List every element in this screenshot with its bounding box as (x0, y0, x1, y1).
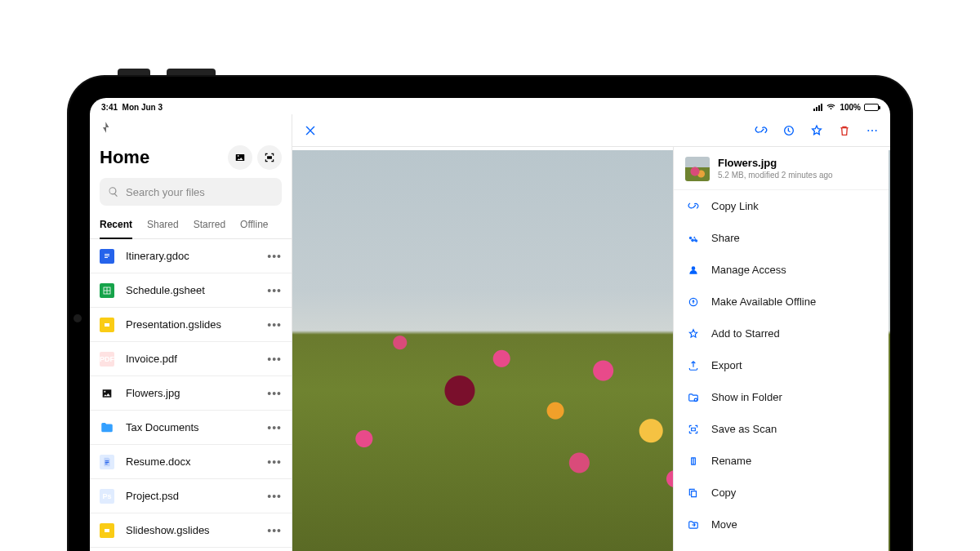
actions-menu: Copy LinkShareManage AccessMake Availabl… (674, 190, 889, 551)
file-row[interactable]: PDFInvoice.pdf••• (90, 342, 292, 376)
svg-rect-3 (105, 257, 108, 258)
tab-starred[interactable]: Starred (194, 212, 225, 238)
menu-item-star[interactable]: Add to Starred (674, 318, 889, 349)
svg-rect-1 (105, 254, 109, 255)
more-options-button[interactable] (866, 124, 879, 137)
panel-file-name: Flowers.jpg (718, 157, 833, 169)
svg-rect-11 (105, 529, 109, 532)
menu-item-label: Show in Folder (711, 391, 782, 403)
folder-icon (687, 392, 700, 403)
file-actions-panel: Flowers.jpg 5.2 MB, modified 2 minutes a… (673, 147, 889, 551)
file-more-button[interactable]: ••• (267, 284, 282, 297)
ipad-frame: 3:41 Mon Jun 3 100% Home (69, 77, 911, 551)
battery-icon (864, 104, 879, 111)
screen: 3:41 Mon Jun 3 100% Home (90, 98, 890, 551)
file-row[interactable]: PsProject.psd••• (90, 479, 292, 513)
rename-icon (687, 455, 700, 467)
wifi-icon (826, 103, 836, 111)
offline-button[interactable] (782, 124, 795, 137)
file-name: Resume.docx (126, 455, 267, 468)
filter-tabs: Recent Shared Starred Offline (90, 212, 292, 239)
file-name: Slideshow.gslides (126, 524, 267, 536)
status-time: 3:41 (101, 103, 118, 112)
scan-button[interactable] (257, 145, 282, 170)
copy-icon (687, 487, 700, 499)
menu-item-scan[interactable]: Save as Scan (674, 413, 889, 445)
sidebar: Home Search your files Rece (90, 114, 292, 551)
viewer-toolbar (292, 114, 890, 147)
menu-item-link[interactable]: Copy Link (674, 190, 889, 222)
battery-percent: 100% (840, 103, 861, 112)
close-button[interactable] (304, 124, 317, 137)
tab-recent[interactable]: Recent (100, 212, 132, 238)
app-logo (100, 121, 113, 134)
file-more-button[interactable]: ••• (267, 353, 282, 366)
file-more-button[interactable]: ••• (267, 387, 282, 400)
file-name: Schedule.gsheet (126, 284, 267, 296)
tab-shared[interactable]: Shared (147, 212, 179, 238)
file-name: Project.psd (126, 490, 267, 502)
menu-item-export[interactable]: Export (674, 349, 889, 381)
menu-item-offline[interactable]: Make Available Offline (674, 286, 889, 318)
star-button[interactable] (810, 124, 823, 137)
file-row[interactable]: Tax Documents••• (90, 411, 292, 445)
menu-item-delete[interactable]: Delete (674, 540, 889, 551)
access-icon (687, 264, 700, 276)
scan-icon (687, 424, 700, 435)
file-row[interactable]: Itinerary.gdoc••• (90, 239, 292, 273)
menu-item-label: Move (711, 518, 737, 531)
menu-item-label: Copy (711, 487, 736, 499)
panel-header: Flowers.jpg 5.2 MB, modified 2 minutes a… (674, 147, 889, 190)
export-icon (687, 360, 700, 371)
menu-item-folder[interactable]: Show in Folder (674, 381, 889, 413)
menu-item-copy[interactable]: Copy (674, 477, 889, 509)
file-name: Presentation.gslides (126, 318, 267, 331)
search-input[interactable]: Search your files (100, 178, 282, 206)
file-more-button[interactable]: ••• (267, 455, 282, 469)
menu-item-label: Share (711, 232, 740, 244)
link-button[interactable] (755, 124, 768, 137)
file-more-button[interactable]: ••• (267, 490, 282, 503)
cellular-icon (813, 104, 822, 111)
move-icon (687, 519, 700, 531)
file-row[interactable]: Flowers.jpg••• (90, 376, 292, 411)
file-list: Itinerary.gdoc•••Schedule.gsheet•••Prese… (90, 239, 292, 548)
status-date: Mon Jun 3 (122, 103, 163, 112)
link-icon (687, 201, 700, 212)
file-row[interactable]: Schedule.gsheet••• (90, 273, 292, 308)
svg-point-13 (867, 130, 869, 131)
file-more-button[interactable]: ••• (267, 318, 282, 331)
page-title: Home (100, 147, 149, 168)
star-icon (687, 328, 700, 340)
menu-item-move[interactable]: Move (674, 509, 889, 540)
file-more-button[interactable]: ••• (267, 250, 282, 263)
search-placeholder: Search your files (126, 186, 205, 198)
file-more-button[interactable]: ••• (267, 421, 282, 434)
delete-button[interactable] (838, 124, 851, 137)
svg-point-15 (875, 130, 877, 131)
upload-photo-button[interactable] (228, 145, 252, 170)
share-icon (687, 233, 700, 244)
main-pane: Flowers.jpg 5.2 MB, modified 2 minutes a… (292, 114, 890, 551)
search-icon (108, 186, 119, 198)
menu-item-access[interactable]: Manage Access (674, 254, 889, 286)
panel-file-meta: 5.2 MB, modified 2 minutes ago (718, 171, 833, 180)
file-row[interactable]: Resume.docx••• (90, 445, 292, 479)
menu-item-label: Save as Scan (711, 423, 777, 435)
file-name: Invoice.pdf (126, 353, 267, 365)
svg-point-17 (694, 398, 697, 402)
file-more-button[interactable]: ••• (267, 524, 282, 537)
svg-point-14 (871, 130, 873, 131)
menu-item-label: Add to Starred (711, 327, 780, 340)
file-name: Flowers.jpg (126, 387, 267, 399)
svg-rect-9 (105, 323, 109, 327)
menu-item-label: Copy Link (711, 200, 759, 212)
tab-offline[interactable]: Offline (240, 212, 268, 238)
file-row[interactable]: Presentation.gslides••• (90, 308, 292, 342)
svg-rect-2 (105, 256, 109, 256)
menu-item-rename[interactable]: Rename (674, 445, 889, 477)
file-row[interactable]: Slideshow.gslides••• (90, 513, 292, 548)
menu-item-label: Export (711, 359, 742, 371)
offline-icon (687, 296, 700, 308)
menu-item-share[interactable]: Share (674, 222, 889, 254)
